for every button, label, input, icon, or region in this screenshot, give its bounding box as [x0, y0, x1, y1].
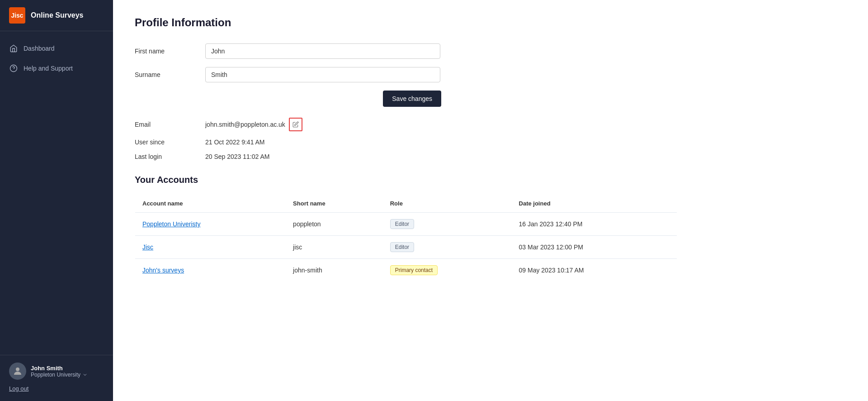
email-row: Email john.smith@poppleton.ac.uk	[135, 118, 846, 131]
role-cell: Editor	[383, 213, 512, 236]
save-row: Save changes	[135, 91, 441, 107]
page-title: Profile Information	[135, 16, 846, 29]
account-name-cell: John's surveys	[135, 259, 286, 282]
profile-form: First name Surname Save changes Email jo…	[135, 43, 846, 160]
role-cell: Editor	[383, 236, 512, 259]
app-name: Online Surveys	[31, 11, 84, 19]
avatar	[9, 363, 26, 380]
col-short-name: Short name	[286, 195, 383, 213]
account-name-link[interactable]: John's surveys	[142, 267, 184, 274]
last-login-label: Last login	[135, 153, 198, 160]
sidebar-item-help-label: Help and Support	[24, 65, 73, 72]
date-joined-cell: 09 May 2023 10:17 AM	[512, 259, 677, 282]
sidebar-item-dashboard-label: Dashboard	[24, 45, 55, 52]
role-badge: Primary contact	[390, 265, 438, 275]
surname-row: Surname	[135, 67, 846, 82]
user-since-label: User since	[135, 138, 198, 146]
table-row: Poppleton Univeristy poppleton Editor 16…	[135, 213, 677, 236]
col-role: Role	[383, 195, 512, 213]
table-row: John's surveys john-smith Primary contac…	[135, 259, 677, 282]
logout-button[interactable]: Log out	[9, 383, 28, 394]
surname-label: Surname	[135, 71, 198, 78]
last-login-value: 20 Sep 2023 11:02 AM	[205, 153, 269, 160]
email-value: john.smith@poppleton.ac.uk	[205, 121, 285, 128]
first-name-label: First name	[135, 48, 198, 55]
user-details: John Smith Poppleton University	[31, 365, 104, 378]
sidebar-footer: John Smith Poppleton University Log out	[0, 355, 113, 401]
short-name-cell: poppleton	[286, 213, 383, 236]
svg-point-2	[16, 368, 19, 371]
accounts-title: Your Accounts	[135, 175, 846, 185]
first-name-input[interactable]	[205, 43, 440, 59]
short-name-cell: jisc	[286, 236, 383, 259]
role-cell: Primary contact	[383, 259, 512, 282]
first-name-row: First name	[135, 43, 846, 59]
svg-point-0	[10, 65, 17, 72]
help-circle-icon	[9, 64, 18, 73]
short-name-cell: john-smith	[286, 259, 383, 282]
home-icon	[9, 44, 18, 53]
account-name-cell: Poppleton Univeristy	[135, 213, 286, 236]
accounts-section: Your Accounts Account name Short name Ro…	[135, 175, 846, 282]
user-org-text: Poppleton University	[31, 372, 80, 378]
user-since-value: 21 Oct 2022 9:41 AM	[205, 138, 265, 146]
sidebar: Jisc Online Surveys Dashboard Help and S…	[0, 0, 113, 401]
main-content: Profile Information First name Surname S…	[113, 0, 868, 401]
role-badge: Editor	[390, 219, 414, 229]
jisc-logo: Jisc	[9, 7, 25, 24]
sidebar-header: Jisc Online Surveys	[0, 0, 113, 31]
account-name-cell: Jisc	[135, 236, 286, 259]
account-name-link[interactable]: Jisc	[142, 243, 153, 251]
user-since-row: User since 21 Oct 2022 9:41 AM	[135, 138, 846, 146]
accounts-table: Account name Short name Role Date joined…	[135, 194, 677, 282]
sidebar-item-dashboard[interactable]: Dashboard	[0, 38, 113, 58]
table-row: Jisc jisc Editor 03 Mar 2023 12:00 PM	[135, 236, 677, 259]
user-org: Poppleton University	[31, 372, 104, 378]
last-login-row: Last login 20 Sep 2023 11:02 AM	[135, 153, 846, 160]
user-name: John Smith	[31, 365, 104, 372]
date-joined-cell: 16 Jan 2023 12:40 PM	[512, 213, 677, 236]
sidebar-nav: Dashboard Help and Support	[0, 31, 113, 355]
email-value-container: john.smith@poppleton.ac.uk	[205, 118, 302, 131]
date-joined-cell: 03 Mar 2023 12:00 PM	[512, 236, 677, 259]
col-date-joined: Date joined	[512, 195, 677, 213]
user-info: John Smith Poppleton University	[9, 363, 104, 380]
edit-email-button[interactable]	[289, 118, 302, 131]
email-label: Email	[135, 121, 198, 128]
surname-input[interactable]	[205, 67, 440, 82]
sidebar-item-help[interactable]: Help and Support	[0, 58, 113, 78]
save-changes-button[interactable]: Save changes	[383, 91, 441, 107]
account-name-link[interactable]: Poppleton Univeristy	[142, 220, 200, 228]
col-account-name: Account name	[135, 195, 286, 213]
pencil-icon	[292, 121, 299, 128]
role-badge: Editor	[390, 242, 414, 252]
table-header-row: Account name Short name Role Date joined	[135, 195, 677, 213]
